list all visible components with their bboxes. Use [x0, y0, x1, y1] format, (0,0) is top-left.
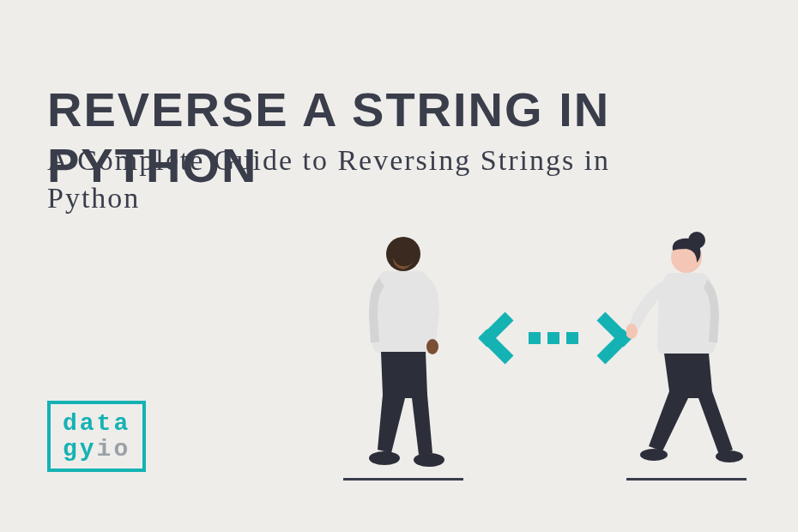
- exchange-arrows-icon: [472, 305, 635, 372]
- page-subtitle: A Complete Guide to Reversing Strings in…: [47, 142, 699, 217]
- svg-point-8: [716, 450, 743, 462]
- person-right-illustration: [626, 232, 747, 481]
- ground-line: [343, 478, 463, 481]
- logo-text-line1: data: [63, 410, 130, 437]
- logo-text-line2b: io: [97, 436, 131, 462]
- person-left-illustration: [343, 232, 463, 481]
- hero-illustration: [317, 223, 764, 498]
- brand-logo: data gyio: [47, 401, 146, 472]
- svg-point-1: [426, 339, 438, 354]
- svg-point-7: [640, 449, 668, 461]
- ground-line: [626, 478, 747, 481]
- svg-point-3: [414, 453, 444, 467]
- ellipsis-icon: [529, 332, 578, 344]
- dot: [529, 332, 541, 344]
- chevron-left-icon: [472, 305, 517, 372]
- dot: [566, 332, 578, 344]
- svg-point-0: [386, 237, 420, 271]
- svg-point-2: [369, 451, 400, 465]
- dot: [547, 332, 559, 344]
- logo-text-line2a: gy: [63, 436, 97, 462]
